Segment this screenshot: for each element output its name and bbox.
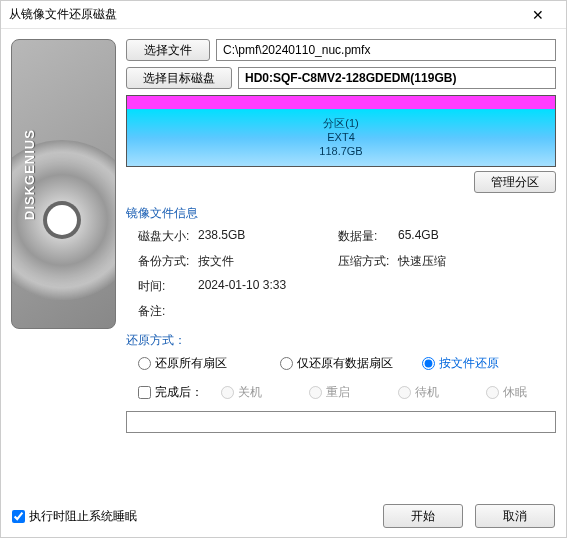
remark-label: 备注: bbox=[138, 303, 198, 320]
window-title: 从镜像文件还原磁盘 bbox=[9, 6, 518, 23]
select-target-button[interactable]: 选择目标磁盘 bbox=[126, 67, 232, 89]
info-section-title: 镜像文件信息 bbox=[126, 205, 556, 222]
partition-size: 118.7GB bbox=[127, 144, 555, 158]
disk-illustration: DISKGENIUS bbox=[11, 39, 116, 329]
select-file-button[interactable]: 选择文件 bbox=[126, 39, 210, 61]
manage-partition-button[interactable]: 管理分区 bbox=[474, 171, 556, 193]
restore-opt-data-label: 仅还原有数据扇区 bbox=[297, 355, 393, 372]
after-standby[interactable]: 待机 bbox=[398, 384, 468, 401]
after-label: 完成后： bbox=[155, 384, 203, 401]
restore-opt-file[interactable]: 按文件还原 bbox=[422, 355, 556, 372]
after-shutdown[interactable]: 关机 bbox=[221, 384, 291, 401]
after-shutdown-label: 关机 bbox=[238, 384, 262, 401]
restore-opt-all-radio[interactable] bbox=[138, 357, 151, 370]
after-restart-radio bbox=[309, 386, 322, 399]
start-button[interactable]: 开始 bbox=[383, 504, 463, 528]
after-hibernate-radio bbox=[486, 386, 499, 399]
backup-mode-value: 按文件 bbox=[198, 253, 338, 270]
after-restart[interactable]: 重启 bbox=[309, 384, 379, 401]
block-sleep-wrap[interactable]: 执行时阻止系统睡眠 bbox=[12, 508, 137, 525]
compress-value: 快速压缩 bbox=[398, 253, 538, 270]
after-restart-label: 重启 bbox=[326, 384, 350, 401]
after-checkbox-wrap[interactable]: 完成后： bbox=[138, 384, 203, 401]
compress-label: 压缩方式: bbox=[338, 253, 398, 270]
progress-bar bbox=[126, 411, 556, 433]
after-standby-radio bbox=[398, 386, 411, 399]
partition-fs: EXT4 bbox=[127, 130, 555, 144]
data-amount-value: 65.4GB bbox=[398, 228, 538, 245]
after-checkbox[interactable] bbox=[138, 386, 151, 399]
restore-opt-file-label: 按文件还原 bbox=[439, 355, 499, 372]
after-hibernate[interactable]: 休眠 bbox=[486, 384, 556, 401]
restore-opt-all[interactable]: 还原所有扇区 bbox=[138, 355, 272, 372]
after-standby-label: 待机 bbox=[415, 384, 439, 401]
disk-size-label: 磁盘大小: bbox=[138, 228, 198, 245]
block-sleep-label: 执行时阻止系统睡眠 bbox=[29, 508, 137, 525]
target-disk-field[interactable]: HD0:SQF-C8MV2-128GDEDM(119GB) bbox=[238, 67, 556, 89]
after-hibernate-label: 休眠 bbox=[503, 384, 527, 401]
restore-opt-all-label: 还原所有扇区 bbox=[155, 355, 227, 372]
after-shutdown-radio bbox=[221, 386, 234, 399]
file-path-field[interactable]: C:\pmf\20240110_nuc.pmfx bbox=[216, 39, 556, 61]
cancel-button[interactable]: 取消 bbox=[475, 504, 555, 528]
restore-section-title: 还原方式： bbox=[126, 332, 556, 349]
disk-size-value: 238.5GB bbox=[198, 228, 338, 245]
close-icon[interactable]: ✕ bbox=[518, 7, 558, 23]
restore-opt-data[interactable]: 仅还原有数据扇区 bbox=[280, 355, 414, 372]
partition-bar[interactable]: 分区(1) EXT4 118.7GB bbox=[126, 95, 556, 167]
block-sleep-checkbox[interactable] bbox=[12, 510, 25, 523]
restore-opt-data-radio[interactable] bbox=[280, 357, 293, 370]
remark-value bbox=[198, 303, 338, 320]
backup-mode-label: 备份方式: bbox=[138, 253, 198, 270]
data-amount-label: 数据量: bbox=[338, 228, 398, 245]
brand-label: DISKGENIUS bbox=[22, 129, 37, 220]
partition-name: 分区(1) bbox=[127, 116, 555, 130]
time-value: 2024-01-10 3:33 bbox=[198, 278, 338, 295]
restore-opt-file-radio[interactable] bbox=[422, 357, 435, 370]
time-label: 时间: bbox=[138, 278, 198, 295]
